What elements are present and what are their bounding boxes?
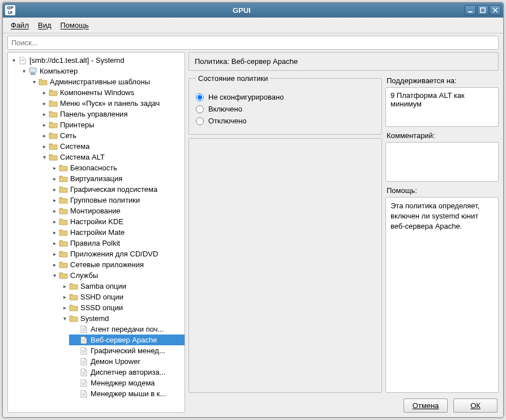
- tree-item-label: Графический менед...: [91, 346, 165, 355]
- policy-title: Политика: Веб-сервер Apache: [188, 52, 499, 71]
- tree-folder[interactable]: ▸Правила Polkit: [49, 238, 185, 248]
- collapse-icon[interactable]: ▾: [20, 68, 27, 74]
- tree-alt-system[interactable]: ▾Система ALT: [38, 152, 185, 162]
- file-icon: [79, 390, 88, 398]
- maximize-button[interactable]: [477, 5, 488, 15]
- policy-state-group: Состояние политики Не сконфигурировано В…: [188, 74, 382, 135]
- tree-admin-templates[interactable]: ▾Административные шаблоны: [28, 76, 185, 87]
- help-text: Эта политика определяет, включен ли syst…: [385, 197, 499, 393]
- tree-folder[interactable]: ▸Графическая подсистема: [49, 184, 185, 195]
- radio-not-configured[interactable]: Не сконфигурировано: [196, 93, 375, 101]
- expand-icon[interactable]: ▸: [51, 240, 58, 246]
- radio-disabled[interactable]: Отключено: [196, 117, 375, 125]
- tree-folder[interactable]: ▸Панель управления: [38, 109, 185, 119]
- tree-folder[interactable]: ▸Меню «Пуск» и панель задач: [38, 98, 185, 109]
- tree-policy-item[interactable]: ▸Веб-сервер Apache: [69, 335, 185, 345]
- collapse-icon[interactable]: ▾: [41, 154, 48, 160]
- expand-icon[interactable]: ▸: [51, 197, 58, 203]
- folder-icon: [49, 110, 58, 118]
- help-label: Помощь:: [385, 184, 499, 195]
- tree-folder[interactable]: ▸Samba опции: [59, 281, 185, 292]
- expand-icon[interactable]: ▸: [61, 305, 68, 311]
- expand-icon[interactable]: ▸: [51, 208, 58, 214]
- tree-folder[interactable]: ▸Сеть: [38, 130, 185, 141]
- tree-folder[interactable]: ▸SSHD опции: [59, 292, 185, 302]
- collapse-icon[interactable]: ▾: [61, 315, 68, 322]
- expand-icon[interactable]: ▸: [41, 100, 48, 106]
- tree-folder[interactable]: ▸Групповые политики: [49, 195, 185, 205]
- tree-folder[interactable]: ▸Настройки Mate: [49, 227, 185, 238]
- tree-folder[interactable]: ▸Настройки KDE: [49, 216, 185, 227]
- search-input[interactable]: [7, 36, 499, 50]
- collapse-icon[interactable]: ▾: [31, 79, 37, 85]
- tree-item-label: Принтеры: [60, 121, 95, 129]
- app-icon: GPUI: [5, 5, 15, 15]
- tree-item-label: Групповые политики: [70, 196, 140, 204]
- supported-label: Поддерживается на:: [385, 74, 499, 85]
- expand-icon[interactable]: ▸: [51, 229, 58, 235]
- tree-folder[interactable]: ▸Безопасность: [49, 162, 185, 173]
- collapse-icon[interactable]: ▾: [10, 57, 17, 63]
- tree-item-label: Административные шаблоны: [50, 78, 150, 86]
- tree-policy-item[interactable]: ▸Менеджер мыши в к...: [69, 388, 185, 399]
- radio-not-configured-input[interactable]: [196, 93, 204, 101]
- radio-enabled-input[interactable]: [196, 105, 204, 113]
- folder-icon: [49, 143, 58, 151]
- menu-help[interactable]: Помощь: [57, 20, 92, 31]
- tree-folder[interactable]: ▸Система: [38, 141, 185, 152]
- expand-icon[interactable]: ▸: [41, 89, 48, 96]
- tree-policy-item[interactable]: ▸Диспетчер авториза...: [69, 367, 185, 378]
- tree-folder[interactable]: ▸Приложения для CD/DVD: [49, 248, 185, 259]
- folder-icon: [59, 207, 68, 215]
- tree-folder[interactable]: ▸Компоненты Windows: [38, 87, 185, 98]
- titlebar[interactable]: GPUI GPUI: [3, 3, 503, 18]
- svg-rect-7: [31, 73, 35, 74]
- tree-folder[interactable]: ▸SSSD опции: [59, 302, 185, 313]
- tree-folder[interactable]: ▸Принтеры: [38, 119, 185, 130]
- expand-icon[interactable]: ▸: [51, 262, 58, 268]
- radio-disabled-input[interactable]: [196, 117, 204, 125]
- folder-icon: [59, 250, 68, 258]
- tree-policy-item[interactable]: ▸Графический менед...: [69, 345, 185, 356]
- collapse-icon[interactable]: ▾: [51, 272, 58, 278]
- expand-icon[interactable]: ▸: [61, 294, 68, 300]
- expand-icon[interactable]: ▸: [41, 132, 48, 139]
- expand-icon[interactable]: ▸: [51, 186, 58, 192]
- tree-computer[interactable]: ▾Компьютер: [18, 66, 185, 76]
- tree-item-label: Меню «Пуск» и панель задач: [60, 99, 160, 108]
- menu-view[interactable]: Вид: [35, 20, 55, 31]
- tree-item-label: Менеджер мыши в к...: [91, 389, 166, 398]
- expand-icon[interactable]: ▸: [51, 175, 58, 182]
- ok-button[interactable]: ОК: [453, 398, 498, 413]
- tree-item-label: SSSD опции: [80, 303, 123, 312]
- cancel-button[interactable]: Отмена: [404, 398, 448, 413]
- folder-icon: [49, 100, 58, 108]
- radio-enabled[interactable]: Включено: [196, 105, 375, 113]
- expand-icon[interactable]: ▸: [41, 111, 48, 117]
- close-button[interactable]: [490, 5, 501, 15]
- tree-folder[interactable]: ▸Виртуализация: [49, 173, 185, 184]
- tree-policy-item[interactable]: ▸Демон Upower: [69, 356, 185, 367]
- expand-icon[interactable]: ▸: [51, 165, 58, 171]
- folder-icon: [69, 282, 78, 290]
- tree-pane[interactable]: ▾[smb://dc1.test.alt] - Systemd▾Компьюте…: [7, 52, 185, 413]
- expand-icon[interactable]: ▸: [41, 143, 48, 149]
- tree-systemd[interactable]: ▾Systemd: [59, 313, 185, 324]
- tree-folder[interactable]: ▸Сетевые приложения: [49, 259, 185, 270]
- computer-icon: [28, 67, 37, 75]
- minimize-button[interactable]: [465, 5, 476, 15]
- comment-text[interactable]: [385, 142, 499, 182]
- tree-item-label: Сетевые приложения: [70, 260, 144, 269]
- menu-file[interactable]: Файл: [7, 20, 32, 31]
- tree-policy-item[interactable]: ▸Агент передачи поч...: [69, 324, 185, 335]
- tree-services[interactable]: ▾Службы: [49, 270, 185, 281]
- expand-icon[interactable]: ▸: [41, 122, 48, 128]
- tree-root-item[interactable]: ▾[smb://dc1.test.alt] - Systemd: [8, 55, 185, 66]
- file-icon: [79, 358, 88, 366]
- tree-folder[interactable]: ▸Монтирование: [49, 205, 185, 216]
- file-icon: [79, 325, 88, 333]
- expand-icon[interactable]: ▸: [51, 218, 58, 225]
- expand-icon[interactable]: ▸: [51, 251, 58, 257]
- tree-policy-item[interactable]: ▸Менеджер модема: [69, 378, 185, 388]
- expand-icon[interactable]: ▸: [61, 283, 68, 289]
